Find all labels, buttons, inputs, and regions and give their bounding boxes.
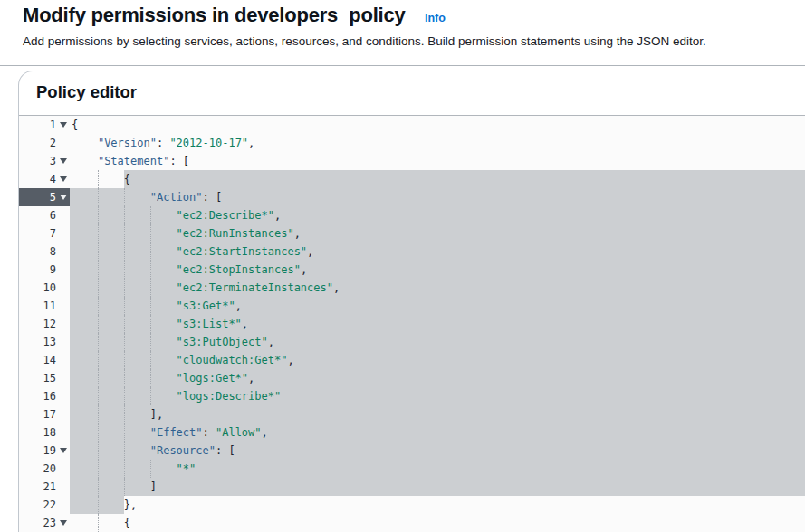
editor-line-12: 12 "s3:List*",: [19, 315, 805, 333]
code-line[interactable]: {: [70, 116, 805, 134]
code-text: "Resource": [: [72, 444, 235, 457]
code-line[interactable]: "s3:PutObject",: [70, 333, 805, 351]
code-line[interactable]: "*": [70, 460, 805, 478]
page: { "header": { "title": "Modify permissio…: [0, 0, 805, 532]
code-text: "s3:List*",: [72, 318, 248, 330]
line-number-gutter[interactable]: 4: [19, 170, 70, 188]
code-line[interactable]: "logs:Describe*": [70, 387, 805, 405]
fold-toggle-placeholder: [56, 496, 70, 514]
selection-highlight: [70, 405, 805, 423]
line-number-gutter[interactable]: 5: [19, 188, 70, 206]
editor-line-14: 14 "cloudwatch:Get*",: [19, 351, 805, 369]
line-number-gutter[interactable]: 17: [19, 405, 70, 423]
line-number-gutter[interactable]: 3: [19, 152, 70, 170]
code-line[interactable]: "ec2:TerminateInstances",: [70, 279, 805, 297]
info-link[interactable]: Info: [425, 12, 446, 24]
fold-toggle-icon[interactable]: [56, 152, 70, 170]
code-line[interactable]: "ec2:Describe*",: [70, 206, 805, 224]
code-text: "ec2:StopInstances",: [72, 263, 307, 276]
line-number-gutter[interactable]: 1: [19, 116, 70, 134]
editor-rows: 1{2 "Version": "2012-10-17",3 "Statement…: [19, 116, 805, 532]
line-number-gutter[interactable]: 21: [19, 478, 70, 496]
code-line[interactable]: "logs:Get*",: [70, 369, 805, 387]
code-text: "s3:Get*",: [72, 299, 242, 312]
editor-line-6: 6 "ec2:Describe*",: [19, 206, 805, 224]
fold-toggle-icon[interactable]: [56, 514, 70, 532]
line-number: 13: [19, 333, 56, 351]
code-text: {: [72, 119, 78, 131]
line-number-gutter[interactable]: 14: [19, 351, 70, 369]
code-line[interactable]: "ec2:RunInstances",: [70, 224, 805, 242]
chevron-down-icon: [60, 158, 67, 164]
code-text: {: [72, 517, 130, 529]
code-text: "logs:Get*",: [72, 372, 254, 385]
code-line[interactable]: {: [70, 170, 805, 188]
code-line[interactable]: "ec2:StopInstances",: [70, 261, 805, 279]
line-number: 16: [19, 387, 56, 405]
editor-line-15: 15 "logs:Get*",: [19, 369, 805, 387]
code-line[interactable]: "ec2:StartInstances",: [70, 242, 805, 261]
chevron-down-icon: [60, 195, 67, 200]
fold-toggle-icon[interactable]: [56, 442, 70, 460]
selection-highlight: [124, 170, 805, 188]
line-number-gutter[interactable]: 20: [19, 460, 70, 478]
fold-toggle-placeholder: [56, 224, 70, 242]
line-number-gutter[interactable]: 15: [19, 369, 70, 387]
code-text: "Action": [: [72, 191, 222, 204]
fold-toggle-placeholder: [56, 333, 70, 351]
line-number-gutter[interactable]: 7: [19, 224, 70, 242]
code-text: "Statement": [: [72, 155, 189, 167]
fold-toggle-placeholder: [56, 134, 70, 152]
code-line[interactable]: "Resource": [: [70, 442, 805, 460]
code-text: "Version": "2012-10-17",: [72, 137, 254, 149]
code-text: },: [72, 499, 137, 511]
code-line[interactable]: },: [70, 496, 805, 514]
code-line[interactable]: {: [70, 514, 805, 532]
line-number: 2: [19, 134, 56, 152]
chevron-down-icon: [60, 122, 67, 128]
line-number-gutter[interactable]: 16: [19, 387, 70, 405]
panel-title: Policy editor: [36, 82, 137, 102]
line-number: 4: [19, 170, 56, 188]
line-number-gutter[interactable]: 6: [19, 206, 70, 224]
code-line[interactable]: ],: [70, 405, 805, 423]
code-line[interactable]: "s3:Get*",: [70, 297, 805, 315]
fold-toggle-icon[interactable]: [56, 116, 70, 134]
editor-line-5: 5 "Action": [: [19, 188, 805, 206]
code-line[interactable]: "cloudwatch:Get*",: [70, 351, 805, 369]
code-line[interactable]: ]: [70, 478, 805, 496]
json-policy-editor[interactable]: 1{2 "Version": "2012-10-17",3 "Statement…: [19, 115, 805, 532]
line-number-gutter[interactable]: 10: [19, 279, 70, 297]
line-number-gutter[interactable]: 19: [19, 442, 70, 460]
line-number-gutter[interactable]: 22: [19, 496, 70, 514]
code-line[interactable]: "s3:List*",: [70, 315, 805, 333]
line-number-gutter[interactable]: 12: [19, 315, 70, 333]
line-number: 5: [19, 188, 56, 206]
line-number-gutter[interactable]: 13: [19, 333, 70, 351]
code-line[interactable]: "Statement": [: [70, 152, 805, 170]
line-number-gutter[interactable]: 11: [19, 297, 70, 315]
code-text: "s3:PutObject",: [72, 336, 274, 348]
editor-line-2: 2 "Version": "2012-10-17",: [19, 134, 805, 152]
code-line[interactable]: "Action": [: [70, 188, 805, 206]
editor-line-3: 3 "Statement": [: [19, 152, 805, 170]
code-line[interactable]: "Version": "2012-10-17",: [70, 134, 805, 152]
code-text: "ec2:TerminateInstances",: [72, 281, 340, 294]
fold-toggle-icon[interactable]: [56, 170, 70, 188]
line-number-gutter[interactable]: 23: [19, 514, 70, 532]
line-number-gutter[interactable]: 18: [19, 423, 70, 442]
code-line[interactable]: "Effect": "Allow",: [70, 423, 805, 442]
fold-toggle-placeholder: [56, 478, 70, 496]
code-text: "logs:Describe*": [72, 390, 281, 403]
line-number: 6: [19, 206, 56, 224]
line-number-gutter[interactable]: 9: [19, 261, 70, 279]
line-number-gutter[interactable]: 2: [19, 134, 70, 152]
chevron-down-icon: [60, 176, 67, 182]
fold-toggle-placeholder: [56, 297, 70, 315]
fold-toggle-placeholder: [56, 242, 70, 261]
editor-line-23: 23 {: [19, 514, 805, 532]
line-number-gutter[interactable]: 8: [19, 242, 70, 261]
fold-toggle-icon[interactable]: [56, 188, 70, 206]
editor-line-20: 20 "*": [19, 460, 805, 478]
selection-highlight: [70, 478, 805, 496]
